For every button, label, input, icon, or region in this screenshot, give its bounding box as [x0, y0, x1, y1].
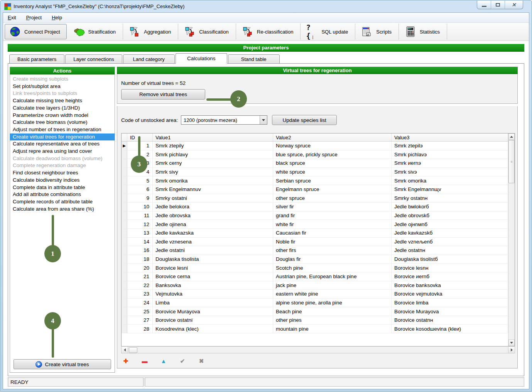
- add-record-icon[interactable]: ✚: [123, 358, 129, 364]
- row-selector[interactable]: [122, 255, 127, 264]
- action-item-calculate-biodiversity-indices[interactable]: Calculate biodiversity indices: [10, 177, 115, 184]
- row-selector[interactable]: ▶: [122, 142, 127, 150]
- action-item-parameterize-crown-width-model[interactable]: Parameterize crown width model: [10, 112, 115, 119]
- remove-virtual-trees-button[interactable]: Remove virtual trees: [121, 89, 205, 100]
- row-selector[interactable]: [122, 272, 127, 281]
- action-item-find-closest-neighbour-trees[interactable]: Find closest neighbour trees: [10, 169, 115, 177]
- tab-layer-connections[interactable]: Layer connections: [65, 54, 122, 64]
- row-selector[interactable]: [122, 281, 127, 290]
- row-selector[interactable]: [122, 324, 127, 333]
- action-item-adjust-number-of-trees-in-regeneration[interactable]: Adjust number of trees in regeneration: [10, 126, 115, 133]
- vertical-scroll-thumb[interactable]: ≡: [508, 140, 515, 183]
- stratification-button[interactable]: Stratification: [68, 24, 123, 40]
- row-selector[interactable]: [122, 290, 127, 299]
- action-item-calculate-representative-area-of-trees[interactable]: Calculate representative area of trees: [10, 140, 115, 148]
- tab-land-category[interactable]: Land category: [123, 54, 175, 64]
- table-row[interactable]: 6Smrk EngelmannuvEngelmann spruceSmrk En…: [122, 185, 508, 194]
- table-row[interactable]: 23Vejmutovkaeastern white pineBorovice v…: [122, 290, 508, 299]
- table-row[interactable]: 4Smrk sivywhite spruceSmrk sivэ: [122, 168, 508, 177]
- scripts-button[interactable]: Scripts: [355, 24, 399, 40]
- table-row[interactable]: 28Kosodrevina (klec)mountain pineBorovic…: [122, 324, 508, 333]
- scroll-up-icon[interactable]: [508, 133, 515, 140]
- statistics-button[interactable]: Statistics: [399, 24, 447, 40]
- row-selector[interactable]: [122, 316, 127, 325]
- horizontal-scroll-thumb[interactable]: [129, 347, 137, 353]
- action-item-create-missing-subplots[interactable]: Create missing subplots: [10, 76, 115, 83]
- row-selector[interactable]: [122, 238, 127, 247]
- action-item-create-virtual-trees-for-regeneration[interactable]: Create virtual trees for regeneration: [10, 133, 115, 141]
- connect-project-button[interactable]: Connect Project: [5, 24, 67, 39]
- classification-button[interactable]: Classification: [178, 24, 236, 40]
- sql-update-button[interactable]: ?{⋮SQL update: [301, 24, 355, 40]
- row-selector[interactable]: [122, 246, 127, 255]
- action-item-link-trees-points-to-subplots[interactable]: Link trees/points to subplots: [10, 90, 115, 97]
- menu-item-help[interactable]: Help: [52, 15, 62, 20]
- row-selector[interactable]: [122, 194, 127, 203]
- action-item-calculate-deadwood-biomass-volume[interactable]: Calculate deadwood biomass (volume): [10, 155, 115, 162]
- row-selector[interactable]: [122, 264, 127, 272]
- chevron-down-icon[interactable]: [260, 116, 267, 124]
- table-row[interactable]: 27Borovice ostatniother pinesBorovice os…: [122, 316, 508, 325]
- table-row[interactable]: 5Smrk omorikaSerbian spruceSmrk omorika: [122, 176, 508, 185]
- titlebar[interactable]: Inventory Analyst "FMP_CeskeZleby" (C:\h…: [0, 0, 532, 12]
- scroll-down-icon[interactable]: [508, 340, 515, 346]
- row-selector[interactable]: [122, 203, 127, 211]
- row-selector[interactable]: [122, 229, 127, 238]
- row-selector[interactable]: [122, 185, 127, 194]
- tab-basic-parameters[interactable]: Basic parameters: [9, 54, 64, 64]
- table-row[interactable]: 14Jedle vznesenaNoble firJedle vzneљenб: [122, 238, 508, 247]
- cancel-edit-icon[interactable]: ✖: [198, 358, 204, 364]
- row-selector[interactable]: [122, 159, 127, 168]
- row-selector[interactable]: [122, 299, 127, 308]
- vertical-scrollbar[interactable]: ≡: [508, 133, 515, 346]
- table-row[interactable]: 20Borovice lesniScotch pineBorovice lesn…: [122, 264, 508, 272]
- table-row[interactable]: 24Limbaalpine stone pine, arolla pineBor…: [122, 299, 508, 308]
- delete-record-icon[interactable]: ▬: [142, 358, 148, 364]
- table-row[interactable]: 13Jedle kavkazskaCaucasian firJedle kavk…: [122, 229, 508, 238]
- column-header-value2[interactable]: Value2: [273, 133, 392, 141]
- re-classification-button[interactable]: Re-classification: [236, 24, 301, 40]
- row-selector[interactable]: [122, 307, 127, 316]
- horizontal-scrollbar[interactable]: [121, 347, 515, 353]
- menu-item-project[interactable]: Project: [26, 15, 42, 20]
- create-virtual-trees-button[interactable]: Create virtual trees: [14, 359, 111, 369]
- table-row[interactable]: 25Borovice MurayovaBeach pineBorovice Mu…: [122, 307, 508, 316]
- table-row[interactable]: 18Douglaska tisolistaDouglas firDouglask…: [122, 255, 508, 264]
- edit-record-icon[interactable]: ▲: [160, 358, 167, 364]
- restore-button[interactable]: [491, 1, 505, 9]
- action-item-set-plot-subplot-area[interactable]: Set plot/subplot area: [10, 83, 115, 90]
- action-item-calculate-area-from-area-share[interactable]: Calculate area from area share (%): [10, 206, 115, 213]
- scroll-left-icon[interactable]: [122, 347, 128, 353]
- menu-item-exit[interactable]: Exit: [8, 15, 16, 20]
- action-item-calculate-tree-layers-1-3hd[interactable]: Calculate tree layers (1/3HD): [10, 105, 115, 112]
- update-species-list-button[interactable]: Update species list: [272, 115, 337, 125]
- unstocked-area-combobox[interactable]: 1200 (porostnн mezera): [181, 115, 267, 125]
- table-row[interactable]: 3Smrk cernyblack spruceSmrk иernэ: [122, 159, 508, 168]
- post-edit-icon[interactable]: ✔: [179, 358, 186, 364]
- table-row[interactable]: 21Borovice cernaAustrian pine, European …: [122, 272, 508, 281]
- table-row[interactable]: 10Jedle belokorasilver firJedle bмlokorб: [122, 203, 508, 211]
- row-selector[interactable]: [122, 168, 127, 177]
- table-row[interactable]: 22Banksovkajack pineBorovice banksovka: [122, 281, 508, 290]
- column-header-value1[interactable]: Value1: [153, 133, 273, 141]
- action-item-calculate-tree-biomass-volume[interactable]: Calculate tree biomass (volume): [10, 119, 115, 126]
- row-selector[interactable]: [122, 176, 127, 185]
- table-row[interactable]: 2Smrk pichlavyblue spruce, prickly spruc…: [122, 150, 508, 159]
- action-item-complete-regeneration-damage[interactable]: Complete regeneration damage: [10, 162, 115, 169]
- action-item-adjust-repre-area-using-land-cover[interactable]: Adjust repre area using land cover: [10, 148, 115, 155]
- row-selector[interactable]: [122, 150, 127, 159]
- minimize-button[interactable]: [477, 1, 491, 9]
- table-row[interactable]: 9Smrky ostatniother spruceSmrky ostatnн: [122, 194, 508, 203]
- action-item-calculate-missing-tree-heights[interactable]: Calculate missing tree heights: [10, 97, 115, 105]
- aggregation-button[interactable]: Aggregation: [123, 24, 178, 40]
- tab-stand-table[interactable]: Stand table: [228, 54, 280, 64]
- scroll-right-icon[interactable]: [508, 347, 515, 353]
- table-row[interactable]: 11Jedle obrovskagrand firJedle obrovskб: [122, 211, 508, 220]
- table-row[interactable]: ▶1Smrk ztepilyNorway spruceSmrk ztepilэ: [122, 142, 508, 150]
- close-button[interactable]: ✕: [505, 1, 523, 9]
- column-header-value3[interactable]: Value3: [392, 133, 508, 141]
- table-row[interactable]: 12Jedle ojinenawhite firJedle ojнnмnб: [122, 220, 508, 229]
- row-selector[interactable]: [122, 211, 127, 220]
- action-item-complete-records-of-attribute-table[interactable]: Complete records of attribute table: [10, 198, 115, 206]
- table-row[interactable]: 16Jedle ostatniother firsJedle ostatnн: [122, 246, 508, 255]
